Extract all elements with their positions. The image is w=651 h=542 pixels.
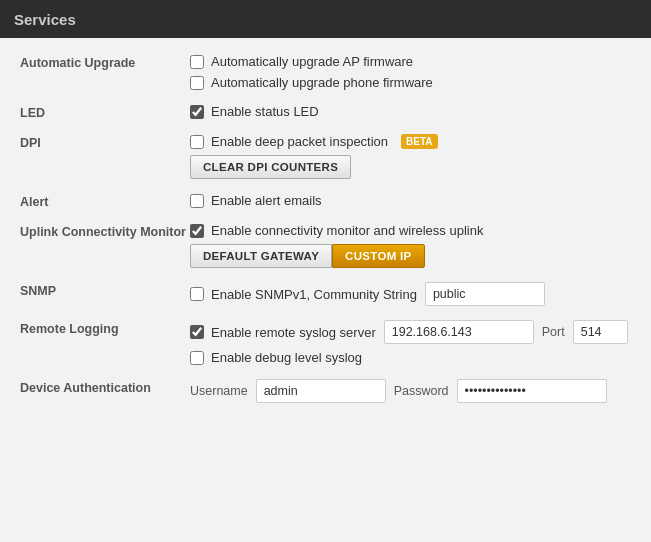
- label-snmp: SNMP: [20, 282, 190, 298]
- checkbox-alert-input[interactable]: [190, 194, 204, 208]
- checkbox-uplink-input[interactable]: [190, 224, 204, 238]
- label-led: LED: [20, 104, 190, 120]
- checkbox-upgrade-phone[interactable]: Automatically upgrade phone firmware: [190, 75, 631, 90]
- syslog-server-input[interactable]: [384, 320, 534, 344]
- row-dpi: DPI Enable deep packet inspection BETA C…: [20, 134, 631, 179]
- label-automatic-upgrade: Automatic Upgrade: [20, 54, 190, 70]
- checkbox-upgrade-ap-input[interactable]: [190, 55, 204, 69]
- checkbox-debug-syslog-input[interactable]: [190, 351, 204, 365]
- checkbox-syslog[interactable]: Enable remote syslog server: [190, 325, 376, 340]
- row-led: LED Enable status LED: [20, 104, 631, 120]
- default-gateway-button[interactable]: DEFAULT GATEWAY: [190, 244, 332, 268]
- page-title: Services: [14, 11, 76, 28]
- checkbox-snmp-input[interactable]: [190, 287, 204, 301]
- title-bar: Services: [0, 0, 651, 38]
- row-automatic-upgrade: Automatic Upgrade Automatically upgrade …: [20, 54, 631, 90]
- label-dpi: DPI: [20, 134, 190, 150]
- gateway-selector: DEFAULT GATEWAY CUSTOM IP: [190, 244, 631, 268]
- controls-alert: Enable alert emails: [190, 193, 631, 208]
- custom-ip-button[interactable]: CUSTOM IP: [332, 244, 424, 268]
- checkbox-uplink[interactable]: Enable connectivity monitor and wireless…: [190, 223, 631, 238]
- controls-device-auth: Username Password: [190, 379, 631, 403]
- controls-remote-logging: Enable remote syslog server Port Enable …: [190, 320, 631, 365]
- checkbox-upgrade-ap[interactable]: Automatically upgrade AP firmware: [190, 54, 631, 69]
- syslog-port-input[interactable]: [573, 320, 628, 344]
- row-uplink: Uplink Connectivity Monitor Enable conne…: [20, 223, 631, 268]
- checkbox-debug-syslog[interactable]: Enable debug level syslog: [190, 350, 631, 365]
- controls-snmp: Enable SNMPv1, Community String: [190, 282, 631, 306]
- password-input[interactable]: [457, 379, 607, 403]
- controls-automatic-upgrade: Automatically upgrade AP firmware Automa…: [190, 54, 631, 90]
- label-device-auth: Device Authentication: [20, 379, 190, 395]
- label-uplink: Uplink Connectivity Monitor: [20, 223, 190, 239]
- checkbox-syslog-input[interactable]: [190, 325, 204, 339]
- controls-uplink: Enable connectivity monitor and wireless…: [190, 223, 631, 268]
- beta-badge: BETA: [401, 134, 437, 149]
- checkbox-led[interactable]: Enable status LED: [190, 104, 631, 119]
- checkbox-dpi-input[interactable]: [190, 135, 204, 149]
- remote-logging-inline: Enable remote syslog server Port: [190, 320, 631, 344]
- checkbox-alert[interactable]: Enable alert emails: [190, 193, 631, 208]
- checkbox-dpi[interactable]: Enable deep packet inspection BETA: [190, 134, 631, 149]
- checkbox-upgrade-phone-input[interactable]: [190, 76, 204, 90]
- snmp-community-string-input[interactable]: [425, 282, 545, 306]
- auth-inline: Username Password: [190, 379, 631, 403]
- row-alert: Alert Enable alert emails: [20, 193, 631, 209]
- controls-led: Enable status LED: [190, 104, 631, 119]
- username-label: Username: [190, 384, 248, 398]
- content-area: Automatic Upgrade Automatically upgrade …: [0, 38, 651, 542]
- controls-dpi: Enable deep packet inspection BETA CLEAR…: [190, 134, 631, 179]
- password-label: Password: [394, 384, 449, 398]
- row-remote-logging: Remote Logging Enable remote syslog serv…: [20, 320, 631, 365]
- checkbox-snmp[interactable]: Enable SNMPv1, Community String: [190, 287, 417, 302]
- row-snmp: SNMP Enable SNMPv1, Community String: [20, 282, 631, 306]
- port-label: Port: [542, 325, 565, 339]
- row-device-auth: Device Authentication Username Password: [20, 379, 631, 403]
- label-alert: Alert: [20, 193, 190, 209]
- checkbox-led-input[interactable]: [190, 105, 204, 119]
- username-input[interactable]: [256, 379, 386, 403]
- clear-dpi-counters-button[interactable]: CLEAR DPI COUNTERS: [190, 155, 351, 179]
- label-remote-logging: Remote Logging: [20, 320, 190, 336]
- snmp-inline: Enable SNMPv1, Community String: [190, 282, 631, 306]
